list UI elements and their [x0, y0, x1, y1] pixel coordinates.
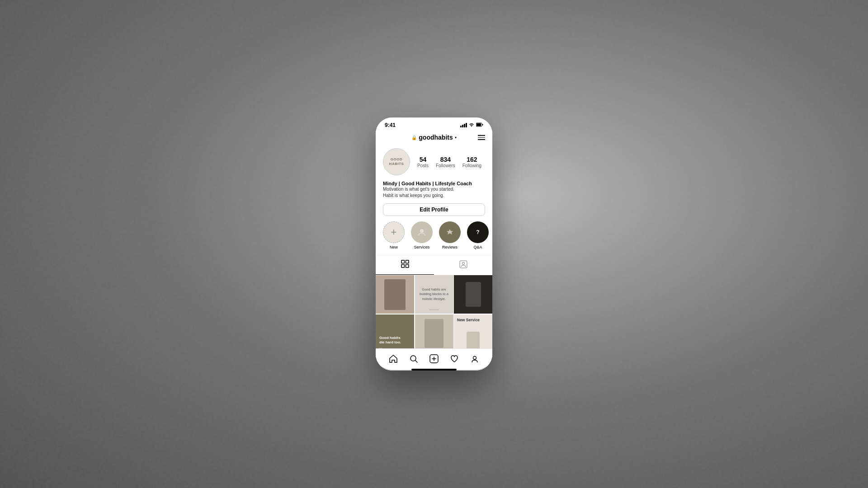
- profile-header: 🔒 goodhabits ▾: [376, 130, 492, 145]
- wifi-icon: [469, 122, 474, 128]
- grid-item-3[interactable]: [454, 275, 492, 314]
- highlight-services[interactable]: Services: [411, 221, 433, 249]
- posts-count: 54: [420, 156, 427, 163]
- bio-name: Mindy | Good Habits | Lifestyle Coach: [383, 181, 485, 186]
- tab-tagged[interactable]: [434, 255, 492, 275]
- chevron-down-icon: ▾: [455, 136, 457, 140]
- highlight-reviews[interactable]: Reviews: [439, 221, 461, 249]
- highlight-services-label: Services: [414, 245, 430, 249]
- highlight-reviews-label: Reviews: [442, 245, 458, 249]
- highlight-qa[interactable]: ? Q&A: [467, 221, 489, 249]
- svg-marker-4: [447, 229, 453, 235]
- svg-rect-2: [476, 123, 481, 126]
- followers-stat[interactable]: 834 Followers: [436, 156, 455, 168]
- status-time: 9:41: [385, 122, 396, 128]
- highlight-new-label: New: [390, 245, 398, 249]
- battery-icon: [476, 122, 483, 128]
- home-indicator: [411, 369, 457, 371]
- create-nav-button[interactable]: [429, 353, 439, 364]
- svg-point-16: [473, 357, 476, 360]
- svg-point-10: [462, 262, 464, 264]
- svg-point-3: [420, 229, 424, 233]
- svg-rect-5: [401, 260, 405, 263]
- grid-item-1[interactable]: [376, 275, 414, 314]
- grid-icon: [401, 260, 409, 270]
- bio-section: Mindy | Good Habits | Lifestyle Coach Mo…: [376, 181, 492, 203]
- status-bar: 9:41: [376, 117, 492, 130]
- signal-icon: [460, 123, 467, 127]
- lock-icon: 🔒: [411, 135, 417, 140]
- content-tabs: [376, 255, 492, 275]
- person-tag-icon: [459, 260, 467, 270]
- following-stat[interactable]: 162 Following: [462, 156, 481, 168]
- bio-line2: Habit is what keeps you going.: [383, 192, 485, 199]
- status-icons: [460, 122, 483, 128]
- grid-item-6[interactable]: New Service: [454, 314, 492, 349]
- edit-profile-button[interactable]: Edit Profile: [383, 203, 485, 216]
- svg-line-12: [415, 361, 417, 363]
- svg-rect-8: [406, 265, 409, 268]
- avatar-text-line2: HABITS: [389, 162, 404, 166]
- grid-item-2[interactable]: Good habits are building blocks to a hol…: [415, 275, 453, 314]
- svg-rect-6: [406, 260, 409, 263]
- following-label: Following: [462, 163, 481, 168]
- bottom-nav: [376, 348, 492, 367]
- avatar[interactable]: GOOD HABITS: [383, 148, 410, 175]
- bio-line1: Motivation is what get's you started.: [383, 186, 485, 192]
- followers-label: Followers: [436, 163, 455, 168]
- hamburger-menu-button[interactable]: [478, 135, 485, 140]
- highlights-row: + New Services: [376, 221, 492, 255]
- home-nav-button[interactable]: [388, 353, 399, 364]
- following-count: 162: [467, 156, 477, 163]
- svg-rect-7: [401, 265, 405, 268]
- posts-grid: Good habits are building blocks to a hol…: [376, 275, 492, 348]
- profile-stats: GOOD HABITS 54 Posts 834 Followers 162 F…: [376, 145, 492, 181]
- grid-item-4[interactable]: Good habitsdie hard too. —: [376, 314, 414, 349]
- likes-nav-button[interactable]: [449, 353, 460, 364]
- search-nav-button[interactable]: [408, 353, 419, 364]
- highlight-qa-label: Q&A: [473, 245, 482, 249]
- username-label: goodhabits: [419, 134, 453, 141]
- followers-count: 834: [440, 156, 451, 163]
- highlight-new[interactable]: + New: [383, 221, 405, 249]
- grid-item-5[interactable]: [415, 314, 453, 349]
- phone-frame: 9:41: [376, 117, 492, 371]
- svg-rect-1: [482, 124, 483, 126]
- stats-row: 54 Posts 834 Followers 162 Following: [414, 156, 485, 168]
- username-row[interactable]: 🔒 goodhabits ▾: [411, 134, 456, 141]
- tab-grid[interactable]: [376, 255, 434, 275]
- posts-stat[interactable]: 54 Posts: [417, 156, 429, 168]
- profile-nav-button[interactable]: [469, 353, 480, 364]
- avatar-text-line1: GOOD: [391, 157, 402, 162]
- phone-content[interactable]: 🔒 goodhabits ▾ GOOD HABITS 54 P: [376, 130, 492, 348]
- posts-label: Posts: [417, 163, 429, 168]
